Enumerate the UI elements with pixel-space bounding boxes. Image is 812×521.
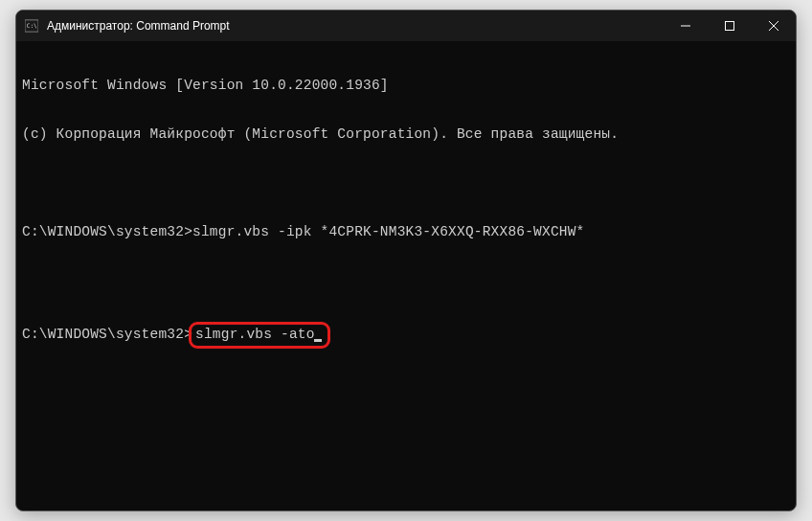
command-2-text: slmgr.vbs -ato: [195, 327, 315, 342]
svg-text:C:\: C:\: [27, 22, 37, 29]
titlebar-left: C:\ Администратор: Command Prompt: [16, 18, 230, 34]
version-line: Microsoft Windows [Version 10.0.22000.19…: [22, 78, 790, 94]
window-title: Администратор: Command Prompt: [47, 19, 230, 33]
command-prompt-window: C:\ Администратор: Command Prompt Micros…: [15, 10, 797, 511]
cursor: [314, 339, 322, 342]
cmd-icon: C:\: [24, 18, 39, 34]
command-line-2: C:\WINDOWS\system32>slmgr.vbs -ato: [22, 322, 790, 349]
terminal-output[interactable]: Microsoft Windows [Version 10.0.22000.19…: [16, 41, 796, 385]
command-line-1: C:\WINDOWS\system32>slmgr.vbs -ipk *4CPR…: [22, 224, 790, 240]
svg-rect-3: [726, 22, 734, 31]
command-1-text: slmgr.vbs -ipk *4CPRK-NM3K3-X6XXQ-RXX86-…: [192, 224, 584, 239]
blank-line: [22, 175, 790, 192]
copyright-line: (c) Корпорация Майкрософт (Microsoft Cor…: [22, 126, 790, 143]
prompt-1: C:\WINDOWS\system32>: [22, 224, 192, 239]
blank-line: [22, 273, 790, 289]
window-controls: [664, 11, 796, 41]
close-button[interactable]: [752, 11, 796, 41]
prompt-2: C:\WINDOWS\system32>: [22, 327, 192, 342]
highlighted-command: slmgr.vbs -ato: [189, 322, 330, 349]
titlebar[interactable]: C:\ Администратор: Command Prompt: [16, 11, 796, 41]
minimize-button[interactable]: [664, 11, 708, 41]
maximize-button[interactable]: [708, 11, 752, 41]
